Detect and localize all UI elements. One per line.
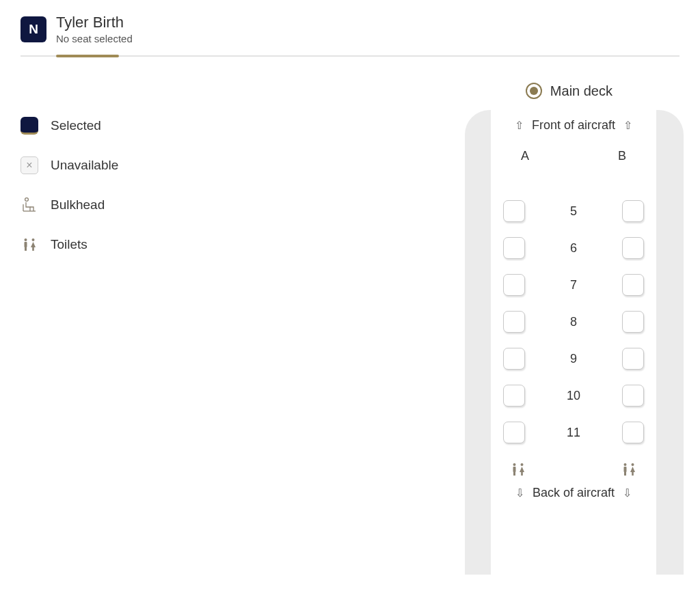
- seat-10a[interactable]: [503, 385, 525, 407]
- row-number: 7: [560, 278, 587, 292]
- fuselage: ⇧ Front of aircraft ⇧ A B 5: [465, 110, 684, 575]
- row-number: 6: [560, 241, 587, 256]
- passenger-seat-status: No seat selected: [56, 33, 133, 44]
- seat-row: 10: [503, 385, 644, 407]
- toilets-icon: [21, 236, 38, 253]
- svg-point-0: [25, 198, 29, 202]
- toilet-right-icon: [617, 463, 641, 476]
- arrow-down-icon: ⇩: [515, 486, 524, 499]
- selected-icon: [21, 117, 38, 135]
- seat-row: 9: [503, 348, 644, 370]
- seat-7a[interactable]: [503, 274, 525, 296]
- svg-rect-2: [25, 242, 27, 247]
- svg-point-14: [632, 463, 634, 466]
- svg-rect-12: [624, 467, 627, 472]
- column-a-header: A: [504, 149, 546, 163]
- svg-point-4: [32, 238, 35, 241]
- arrow-up-icon: ⇧: [623, 119, 632, 132]
- legend: Selected × Unavailable Bulkhead: [21, 57, 294, 576]
- svg-rect-5: [32, 247, 34, 251]
- toilet-left-icon: [506, 463, 530, 476]
- row-number: 10: [560, 389, 587, 403]
- seat-6a[interactable]: [503, 237, 525, 259]
- deck-label: Main deck: [550, 83, 612, 99]
- radio-icon[interactable]: [526, 83, 542, 99]
- svg-rect-8: [513, 472, 515, 476]
- seat-5b[interactable]: [622, 200, 644, 222]
- svg-point-1: [25, 238, 27, 241]
- bulkhead-icon: [21, 196, 38, 214]
- svg-rect-13: [624, 472, 626, 476]
- legend-bulkhead-label: Bulkhead: [51, 197, 105, 212]
- arrow-down-icon: ⇩: [623, 486, 632, 499]
- svg-point-9: [521, 463, 524, 466]
- legend-bulkhead: Bulkhead: [21, 196, 294, 214]
- legend-toilets-label: Toilets: [51, 237, 88, 252]
- passenger-name: Tyler Birth: [56, 14, 133, 31]
- front-of-aircraft-label: ⇧ Front of aircraft ⇧: [491, 118, 656, 133]
- column-header-row: A B: [491, 133, 656, 163]
- seat-10b[interactable]: [622, 385, 644, 407]
- svg-rect-3: [25, 247, 27, 251]
- legend-selected: Selected: [21, 117, 294, 135]
- svg-point-11: [624, 463, 627, 466]
- facilities-row: [491, 458, 656, 476]
- column-b-header: B: [602, 149, 643, 163]
- row-number: 11: [560, 426, 587, 440]
- seat-9b[interactable]: [622, 348, 644, 370]
- seat-8a[interactable]: [503, 311, 525, 333]
- back-of-aircraft-label: ⇩ Back of aircraft ⇩: [491, 486, 656, 500]
- unavailable-icon: ×: [21, 156, 38, 174]
- legend-unavailable: × Unavailable: [21, 156, 294, 174]
- row-number: 5: [560, 204, 587, 219]
- seat-5a[interactable]: [503, 200, 525, 222]
- seat-row: 8: [503, 311, 644, 333]
- legend-selected-label: Selected: [51, 118, 101, 133]
- svg-rect-10: [521, 472, 523, 476]
- seat-row: 6: [503, 237, 644, 259]
- passenger-header: N Tyler Birth No seat selected: [21, 14, 679, 55]
- avatar: N: [21, 16, 46, 42]
- row-number: 9: [560, 352, 587, 366]
- active-tab-marker: [56, 55, 119, 57]
- svg-rect-15: [632, 472, 634, 476]
- seat-row: 7: [503, 274, 644, 296]
- arrow-up-icon: ⇧: [515, 119, 524, 132]
- seat-7b[interactable]: [622, 274, 644, 296]
- seat-11b[interactable]: [622, 422, 644, 443]
- svg-rect-7: [513, 467, 516, 472]
- svg-point-6: [513, 463, 516, 466]
- seat-row: 5: [503, 200, 644, 222]
- legend-toilets: Toilets: [21, 236, 294, 253]
- row-number: 8: [560, 315, 587, 329]
- back-label-text: Back of aircraft: [533, 486, 615, 500]
- seat-row: 11: [503, 422, 644, 443]
- seat-8b[interactable]: [622, 311, 644, 333]
- seat-6b[interactable]: [622, 237, 644, 259]
- legend-unavailable-label: Unavailable: [51, 158, 118, 173]
- cabin: ⇧ Front of aircraft ⇧ A B 5: [491, 110, 656, 575]
- front-label-text: Front of aircraft: [532, 118, 615, 133]
- seat-rows: 5 6 7: [491, 163, 656, 443]
- deck-selector[interactable]: Main deck: [526, 83, 612, 99]
- seat-9a[interactable]: [503, 348, 525, 370]
- seat-11a[interactable]: [503, 422, 525, 443]
